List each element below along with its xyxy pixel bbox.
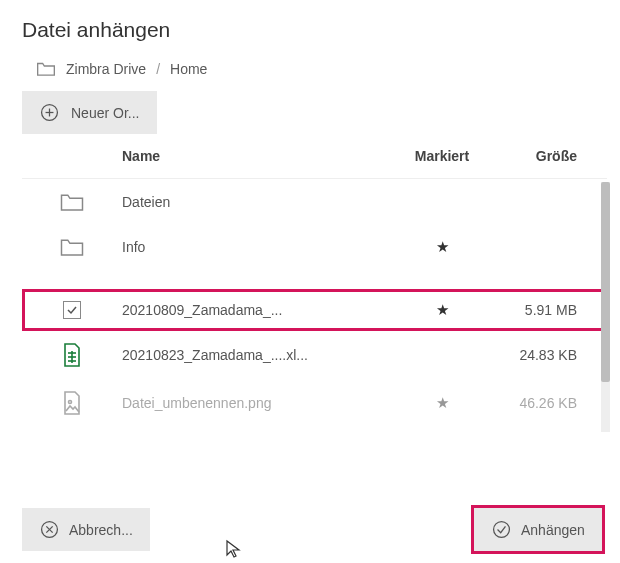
item-size: 24.83 KB <box>497 347 607 363</box>
cancel-button[interactable]: Abbrech... <box>22 508 150 551</box>
new-folder-button[interactable]: Neuer Or... <box>22 91 157 134</box>
column-marked[interactable]: Markiert <box>387 148 497 164</box>
breadcrumb-separator: / <box>156 61 160 77</box>
svg-point-7 <box>69 401 72 404</box>
check-circle-icon <box>492 520 511 539</box>
image-file-icon <box>62 391 82 415</box>
spreadsheet-file-icon <box>62 343 82 367</box>
star-icon: ★ <box>436 238 449 255</box>
breadcrumb-current[interactable]: Home <box>170 61 207 77</box>
column-size[interactable]: Größe <box>497 148 607 164</box>
list-header: Name Markiert Größe <box>22 134 607 179</box>
list-item[interactable]: Datei_umbenennen.png ★ 46.26 KB <box>22 379 607 427</box>
checkbox-checked-icon[interactable] <box>63 301 81 319</box>
item-name: Info <box>122 239 387 255</box>
list-item[interactable]: 20210823_Zamadama_....xl... 24.83 KB <box>22 331 607 379</box>
toolbar: Neuer Or... <box>0 91 620 134</box>
attach-file-dialog: Datei anhängen Zimbra Drive / Home Neuer… <box>0 0 620 429</box>
dialog-title: Datei anhängen <box>0 18 620 56</box>
list-item[interactable]: 20210809_Zamadama_... ★ 5.91 MB <box>22 289 607 331</box>
star-icon: ★ <box>436 394 449 411</box>
new-folder-label: Neuer Or... <box>71 105 139 121</box>
list-item[interactable]: Dateien <box>22 179 607 224</box>
item-size: 46.26 KB <box>497 395 607 411</box>
folder-icon <box>36 60 56 77</box>
cancel-label: Abbrech... <box>69 522 133 538</box>
star-icon: ★ <box>436 301 449 318</box>
item-name: 20210809_Zamadama_... <box>122 302 387 318</box>
plus-circle-icon <box>40 103 59 122</box>
list-body[interactable]: Dateien Info ★ <box>22 179 607 429</box>
folder-icon <box>59 191 85 212</box>
item-size: 5.91 MB <box>497 302 607 318</box>
attach-button[interactable]: Anhängen <box>474 508 602 551</box>
folder-icon <box>59 236 85 257</box>
attach-label: Anhängen <box>521 522 585 538</box>
close-circle-icon <box>40 520 59 539</box>
dialog-footer: Abbrech... Anhängen <box>22 508 602 551</box>
breadcrumb: Zimbra Drive / Home <box>0 56 620 91</box>
item-name: 20210823_Zamadama_....xl... <box>122 347 387 363</box>
item-marked: ★ <box>387 394 497 412</box>
list-item[interactable]: Info ★ <box>22 224 607 269</box>
item-name: Dateien <box>122 194 387 210</box>
scrollbar[interactable] <box>601 182 610 432</box>
item-marked: ★ <box>387 301 497 319</box>
breadcrumb-root[interactable]: Zimbra Drive <box>66 61 146 77</box>
item-marked: ★ <box>387 238 497 256</box>
scrollbar-thumb[interactable] <box>601 182 610 382</box>
item-name: Datei_umbenennen.png <box>122 395 387 411</box>
column-name[interactable]: Name <box>122 148 387 164</box>
svg-point-11 <box>494 522 510 538</box>
file-list: Name Markiert Größe Dateien <box>22 134 607 429</box>
cursor-icon <box>225 539 241 559</box>
